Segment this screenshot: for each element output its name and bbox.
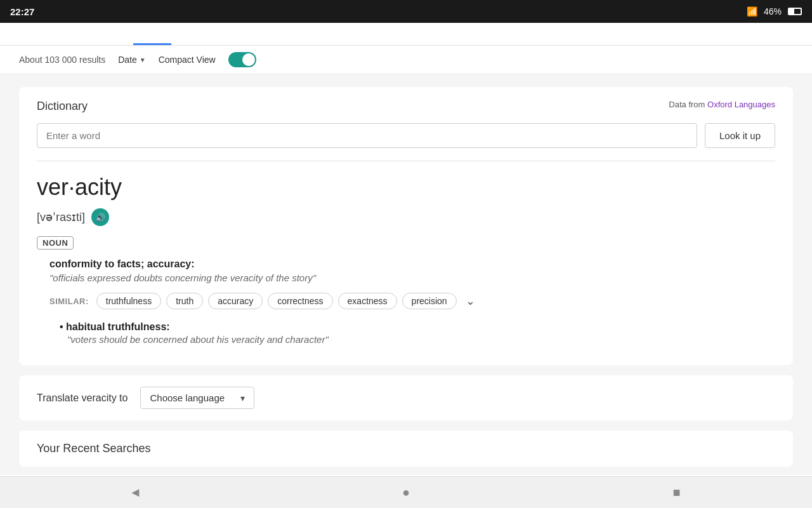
word-input[interactable]	[37, 123, 697, 148]
definition2-block: habitual truthfulness: "voters should be…	[37, 321, 775, 345]
similar-tag-exactness[interactable]: exactness	[338, 293, 397, 309]
similar-tag-accuracy[interactable]: accuracy	[208, 293, 263, 309]
date-dropdown-arrow: ▼	[140, 57, 146, 64]
recent-searches-section: Your Recent Searches	[19, 431, 793, 467]
time-display: 22:27	[10, 6, 34, 17]
date-label: Date	[118, 55, 137, 65]
wifi-icon: 📶	[747, 6, 757, 17]
similar-tag-truth[interactable]: truth	[166, 293, 203, 309]
status-right: 📶 46%	[747, 6, 802, 17]
language-select-text: Choose language	[150, 392, 234, 403]
definition1-example: "officials expressed doubts concerning t…	[37, 272, 775, 283]
similar-row: SIMILAR: truthfulness truth accuracy cor…	[37, 292, 775, 310]
dictionary-section-title: Dictionary	[37, 100, 88, 113]
dictionary-card: Dictionary Data from Oxford Languages Lo…	[19, 87, 793, 365]
status-bar: 22:27 📶 46%	[0, 0, 812, 23]
language-select-dropdown[interactable]: Choose language ▾	[140, 387, 254, 409]
main-content: Dictionary Data from Oxford Languages Lo…	[0, 74, 812, 475]
back-button[interactable]: ◄	[122, 480, 148, 505]
pronunciation-text: [vəˈrasɪti]	[37, 210, 85, 224]
battery-icon	[788, 8, 802, 15]
expand-similar-button[interactable]: ⌄	[462, 292, 480, 310]
word-definition-section: ver·acity [vəˈrasɪti] 🔊 NOUN conformity …	[37, 161, 775, 345]
speaker-button[interactable]: 🔊	[91, 208, 109, 226]
home-button[interactable]: ●	[393, 480, 419, 505]
definition1-title: conformity to facts; accuracy:	[37, 258, 775, 270]
definition2-example: "voters should be concerned about his ve…	[60, 334, 775, 345]
nav-bar	[0, 23, 812, 46]
translate-section: Translate veracity to Choose language ▾	[19, 375, 793, 420]
chevron-down-icon: ▾	[240, 393, 245, 403]
dictionary-header: Dictionary Data from Oxford Languages	[37, 100, 775, 113]
word-heading: ver·acity	[37, 174, 775, 201]
recents-button[interactable]: ■	[664, 480, 690, 505]
definition2-title: habitual truthfulness:	[60, 321, 775, 333]
battery-percent: 46%	[764, 6, 782, 17]
date-filter[interactable]: Date ▼	[118, 55, 145, 65]
results-count: About 103 000 results	[19, 55, 105, 65]
compact-view-label: Compact View	[159, 55, 216, 65]
compact-view-toggle[interactable]	[228, 52, 256, 67]
part-of-speech-badge: NOUN	[37, 236, 74, 250]
similar-tag-precision[interactable]: precision	[402, 293, 457, 309]
similar-label: SIMILAR:	[49, 297, 89, 306]
pronunciation-row: [vəˈrasɪti] 🔊	[37, 208, 775, 226]
similar-tag-correctness[interactable]: correctness	[268, 293, 332, 309]
word-input-row: Look it up	[37, 123, 775, 148]
data-source-prefix: Data from	[669, 100, 705, 109]
bottom-nav-bar: ◄ ● ■	[0, 476, 812, 508]
look-up-button[interactable]: Look it up	[705, 123, 775, 148]
recent-searches-title: Your Recent Searches	[37, 442, 150, 455]
toggle-knob	[242, 53, 255, 66]
nav-active-indicator	[133, 43, 171, 45]
search-header: About 103 000 results Date ▼ Compact Vie…	[0, 46, 812, 74]
similar-tag-truthfulness[interactable]: truthfulness	[96, 293, 161, 309]
translate-label: Translate veracity to	[37, 392, 128, 404]
oxford-link[interactable]: Oxford Languages	[707, 100, 775, 109]
data-source: Data from Oxford Languages	[669, 100, 775, 109]
